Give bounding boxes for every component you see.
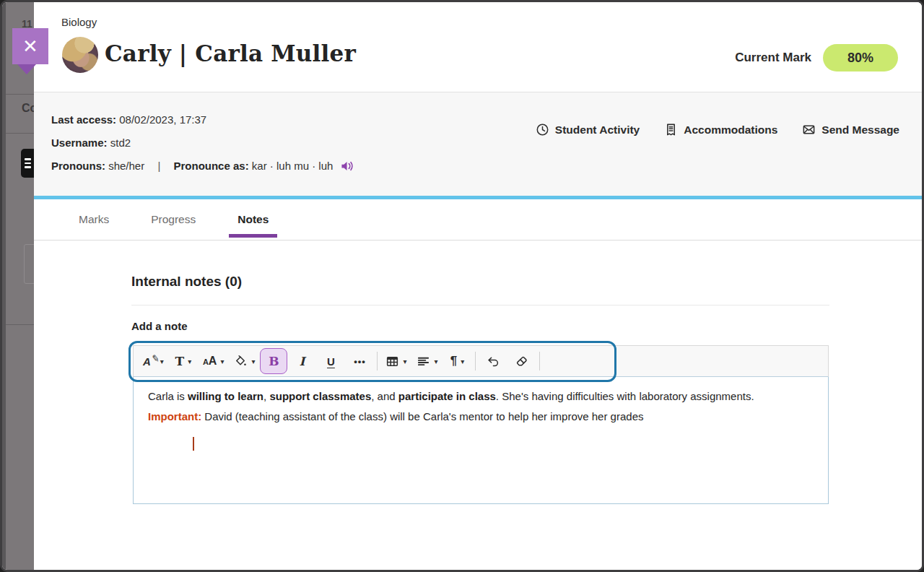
background-partial-text: Co [22, 102, 34, 115]
text-color-icon: A✎ [143, 355, 157, 368]
close-panel-button[interactable]: ✕ [12, 28, 48, 74]
student-activity-label: Student Activity [555, 124, 640, 136]
text-cursor [193, 437, 194, 451]
background-divider [6, 324, 34, 325]
username-value: std2 [110, 136, 131, 149]
pronouns-row: Pronouns: she/her | Pronounce as: kar · … [51, 155, 354, 180]
separator: | [157, 160, 160, 172]
chevron-down-icon: ▾ [434, 358, 437, 365]
clear-formatting-button[interactable] [507, 349, 536, 373]
paragraph-icon: ¶ [450, 354, 457, 368]
chevron-down-icon: ▾ [160, 358, 164, 365]
username-row: Username: std2 [51, 131, 354, 155]
close-tag-tail [17, 64, 36, 74]
pronounce-value: kar · luh mu · luh [252, 160, 334, 172]
accommodations-icon [664, 123, 678, 136]
chevron-down-icon: ▾ [220, 358, 224, 365]
eraser-icon [515, 355, 528, 368]
toolbar-divider [475, 352, 476, 370]
note-paragraph: Carla is willing to learn, support class… [148, 386, 801, 407]
current-mark-label: Current Mark [735, 51, 811, 65]
italic-icon: I [300, 355, 305, 368]
ellipsis-icon: ••• [354, 356, 366, 367]
undo-icon [486, 355, 500, 368]
send-message-button[interactable]: Send Message [802, 123, 899, 136]
last-access-label: Last access: [51, 113, 116, 126]
add-note-label: Add a note [131, 320, 188, 332]
envelope-icon [802, 123, 816, 136]
last-access-value: 08/02/2023, 17:37 [119, 113, 206, 126]
chevron-down-icon: ▾ [251, 358, 255, 365]
font-family-icon: T [175, 354, 185, 368]
background-divider [6, 94, 34, 95]
student-avatar [62, 37, 98, 73]
tab-marks[interactable]: Marks [70, 199, 118, 240]
panel-header: Biology Carly | Carla Muller Current Mar… [34, 2, 922, 92]
bold-icon: B [269, 354, 279, 368]
paragraph-style-button[interactable]: ¶ ▾ [443, 349, 472, 373]
insert-table-button[interactable]: ▾ [380, 349, 411, 373]
text-color-button[interactable]: A✎ ▾ [138, 349, 169, 373]
italic-button[interactable]: I [287, 349, 316, 373]
table-icon [385, 355, 399, 368]
toolbar-divider [539, 352, 540, 370]
note-editor-textarea[interactable]: Carla is willing to learn, support class… [133, 377, 829, 504]
close-icon[interactable]: ✕ [12, 28, 48, 64]
font-size-button[interactable]: AA ▾ [198, 349, 230, 373]
underline-icon: U [327, 355, 335, 368]
pronounce-label: Pronounce as: [173, 160, 248, 172]
student-detail-overlay: 11 Co ✕ Biology Carly | Carla Muller Cur… [0, 0, 924, 572]
note-paragraph: Important: David (teaching assistant of … [148, 407, 801, 427]
editor-toolbar: A✎ ▾ T ▾ AA ▾ [133, 345, 829, 377]
background-divider [6, 133, 34, 134]
clock-icon [536, 123, 549, 136]
tab-notes[interactable]: Notes [229, 199, 277, 240]
underline-button[interactable]: U [316, 349, 345, 373]
chevron-down-icon: ▾ [461, 358, 464, 365]
pronouns-label: Pronouns: [51, 160, 105, 172]
section-divider [131, 305, 829, 306]
tab-bar: Marks Progress Notes [34, 199, 922, 240]
student-name-title: Carly | Carla Muller [105, 40, 356, 66]
undo-button[interactable] [479, 349, 507, 373]
accommodations-label: Accommodations [684, 124, 777, 136]
pronouns-value: she/her [108, 160, 144, 172]
internal-notes-heading: Internal notes (0) [131, 274, 242, 290]
course-name: Biology [61, 16, 97, 28]
toolbar-divider [377, 352, 378, 370]
chevron-down-icon: ▾ [403, 358, 406, 365]
username-label: Username: [51, 136, 108, 149]
font-size-icon: AA [203, 355, 217, 368]
background-card-outline [24, 244, 34, 284]
bold-button[interactable]: B [260, 348, 287, 374]
font-family-button[interactable]: T ▾ [169, 349, 198, 373]
accommodations-button[interactable]: Accommodations [664, 123, 777, 136]
last-access-row: Last access: 08/02/2023, 17:37 [51, 108, 354, 131]
dimmed-background: 11 Co [2, 2, 34, 570]
chevron-down-icon: ▾ [188, 358, 191, 365]
student-profile-panel: Biology Carly | Carla Muller Current Mar… [34, 2, 922, 570]
speaker-icon[interactable] [341, 157, 354, 180]
journal-icon [21, 149, 34, 178]
highlight-color-button[interactable]: ▾ [229, 349, 260, 373]
more-options-button[interactable]: ••• [345, 349, 374, 373]
current-mark-badge: 80% [823, 44, 898, 72]
student-info-band: Last access: 08/02/2023, 17:37 Username:… [34, 92, 922, 196]
paint-bucket-icon [234, 355, 248, 368]
text-align-button[interactable]: ▾ [411, 349, 443, 373]
tab-progress[interactable]: Progress [142, 199, 204, 240]
student-activity-button[interactable]: Student Activity [536, 123, 640, 136]
align-left-icon [417, 355, 430, 368]
send-message-label: Send Message [821, 124, 899, 136]
